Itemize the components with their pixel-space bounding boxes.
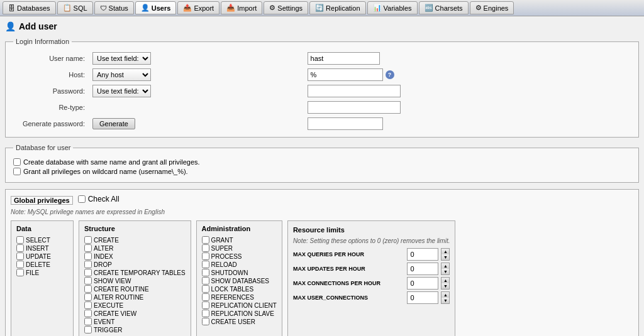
administration-box-title: Administration	[202, 225, 277, 234]
structure-privileges-box: Structure CREATE ALTER INDEX DROP CREATE…	[79, 220, 191, 336]
username-row: User name: Use text field: Any user	[13, 50, 631, 67]
max-connections-down[interactable]: ▼	[441, 283, 449, 289]
grant-wildcard-option[interactable]: Grant all privileges on wildcard name (u…	[13, 168, 631, 175]
host-input[interactable]	[308, 68, 383, 81]
priv-references[interactable]: REFERENCES	[202, 293, 277, 301]
global-privileges-title: Global privileges	[11, 196, 73, 205]
priv-alter-routine[interactable]: ALTER ROUTINE	[84, 293, 186, 301]
nav-item-import[interactable]: 📥 Import	[221, 1, 262, 14]
max-queries-spinner[interactable]: ▲ ▼	[441, 248, 450, 261]
max-connections-input[interactable]	[407, 277, 438, 290]
priv-trigger[interactable]: TRIGGER	[84, 326, 186, 333]
database-section: Database for user Create database with s…	[5, 144, 639, 183]
grant-wildcard-checkbox[interactable]	[13, 168, 21, 175]
priv-index[interactable]: INDEX	[84, 252, 186, 260]
max-updates-input[interactable]	[407, 263, 438, 275]
priv-alter[interactable]: ALTER	[84, 244, 186, 252]
nav-item-variables[interactable]: 📊 Variables	[367, 1, 418, 14]
check-all-label[interactable]: Check All	[78, 195, 119, 203]
login-information-legend: Login Information	[13, 38, 72, 45]
nav-item-settings[interactable]: ⚙ Settings	[264, 1, 308, 14]
resource-limits-box: Resource limits Note: Setting these opti…	[287, 220, 456, 336]
retype-input[interactable]	[308, 101, 401, 114]
priv-create-temp[interactable]: CREATE TEMPORARY TABLES	[84, 269, 186, 276]
priv-select[interactable]: SELECT	[16, 236, 68, 244]
privileges-note: Note: MySQL privilege names are expresse…	[11, 209, 633, 215]
password-type-select[interactable]: Use text field: No password	[92, 85, 151, 97]
charsets-icon: 🔤	[425, 4, 433, 12]
nav-item-replication[interactable]: 🔄 Replication	[309, 1, 365, 14]
max-connections-spinner[interactable]: ▲ ▼	[441, 277, 450, 290]
priv-shutdown[interactable]: SHUTDOWN	[202, 269, 277, 276]
priv-process[interactable]: PROCESS	[202, 252, 277, 260]
nav-item-engines[interactable]: ⚙ Engines	[470, 1, 514, 14]
sql-icon: 📋	[63, 4, 72, 12]
max-updates-up[interactable]: ▲	[441, 263, 449, 269]
check-all-checkbox[interactable]	[78, 195, 86, 203]
max-updates-label: MAX UPDATES PER HOUR	[293, 266, 405, 272]
nav-item-databases[interactable]: 🗄 Databases	[3, 1, 56, 14]
max-updates-down[interactable]: ▼	[441, 269, 449, 274]
max-user-connections-up[interactable]: ▲	[441, 292, 449, 298]
resource-limits-title: Resource limits	[293, 226, 450, 235]
generate-password-label: Generate password:	[13, 116, 89, 132]
nav-item-export[interactable]: 📤 Export	[177, 1, 219, 14]
max-user-connections-down[interactable]: ▼	[441, 298, 449, 303]
password-input[interactable]	[308, 85, 401, 97]
priv-replication-client[interactable]: REPLICATION CLIENT	[202, 301, 277, 309]
username-type-select[interactable]: Use text field: Any user	[92, 52, 151, 65]
nav-item-users[interactable]: 👤 Users	[135, 1, 177, 14]
priv-create-routine[interactable]: CREATE ROUTINE	[84, 285, 186, 293]
priv-execute[interactable]: EXECUTE	[84, 301, 186, 309]
engines-icon: ⚙	[475, 4, 482, 12]
data-box-title: Data	[16, 225, 68, 234]
replication-icon: 🔄	[315, 4, 324, 12]
priv-delete[interactable]: DELETE	[16, 261, 68, 268]
priv-super[interactable]: SUPER	[202, 244, 277, 252]
priv-file[interactable]: FILE	[16, 269, 68, 276]
structure-box-title: Structure	[84, 225, 186, 234]
max-queries-up[interactable]: ▲	[441, 249, 449, 254]
max-updates-spinner[interactable]: ▲ ▼	[441, 263, 450, 275]
priv-update[interactable]: UPDATE	[16, 252, 68, 260]
max-queries-label: MAX QUERIES PER HOUR	[293, 251, 405, 257]
page-title: 👤 Add user	[5, 21, 639, 31]
retype-row: Re-type:	[13, 99, 631, 116]
data-privileges-box: Data SELECT INSERT UPDATE DELETE FILE	[11, 220, 74, 336]
priv-drop[interactable]: DROP	[84, 261, 186, 268]
status-icon: 🛡	[100, 4, 107, 12]
export-icon: 📤	[183, 4, 192, 12]
administration-privileges-box: Administration GRANT SUPER PROCESS RELOA…	[196, 220, 282, 336]
priv-event[interactable]: EVENT	[84, 318, 186, 325]
password-label: Password:	[13, 83, 89, 99]
priv-show-view[interactable]: SHOW VIEW	[84, 277, 186, 285]
priv-replication-slave[interactable]: REPLICATION SLAVE	[202, 310, 277, 317]
max-user-connections-spinner[interactable]: ▲ ▼	[441, 291, 450, 304]
create-database-checkbox[interactable]	[13, 158, 21, 166]
generated-password-input[interactable]	[308, 117, 383, 130]
max-connections-up[interactable]: ▲	[441, 278, 449, 283]
priv-lock-tables[interactable]: LOCK TABLES	[202, 285, 277, 293]
nav-item-sql[interactable]: 📋 SQL	[57, 1, 93, 14]
priv-create[interactable]: CREATE	[84, 236, 186, 244]
nav-item-status[interactable]: 🛡 Status	[94, 1, 134, 14]
priv-insert[interactable]: INSERT	[16, 244, 68, 252]
login-information-section: Login Information User name: Use text fi…	[5, 38, 639, 138]
max-connections-label: MAX CONNECTIONS PER HOUR	[293, 280, 405, 286]
username-input[interactable]	[308, 52, 380, 65]
generate-button[interactable]: Generate	[92, 118, 135, 129]
max-queries-input[interactable]	[407, 248, 438, 261]
priv-reload[interactable]: RELOAD	[202, 261, 277, 268]
priv-grant[interactable]: GRANT	[202, 236, 277, 244]
privileges-boxes: Data SELECT INSERT UPDATE DELETE FILE St…	[11, 220, 633, 336]
max-user-connections-input[interactable]	[407, 291, 438, 304]
add-user-icon: 👤	[5, 21, 16, 31]
max-queries-down[interactable]: ▼	[441, 254, 449, 260]
priv-create-view[interactable]: CREATE VIEW	[84, 310, 186, 317]
nav-item-charsets[interactable]: 🔤 Charsets	[419, 1, 469, 14]
priv-show-databases[interactable]: SHOW DATABASES	[202, 277, 277, 285]
host-info-icon[interactable]: ?	[386, 70, 394, 79]
priv-create-user[interactable]: CREATE USER	[202, 318, 277, 325]
create-database-option[interactable]: Create database with same name and grant…	[13, 158, 631, 166]
host-type-select[interactable]: Any host Local Use text field:	[92, 68, 151, 81]
